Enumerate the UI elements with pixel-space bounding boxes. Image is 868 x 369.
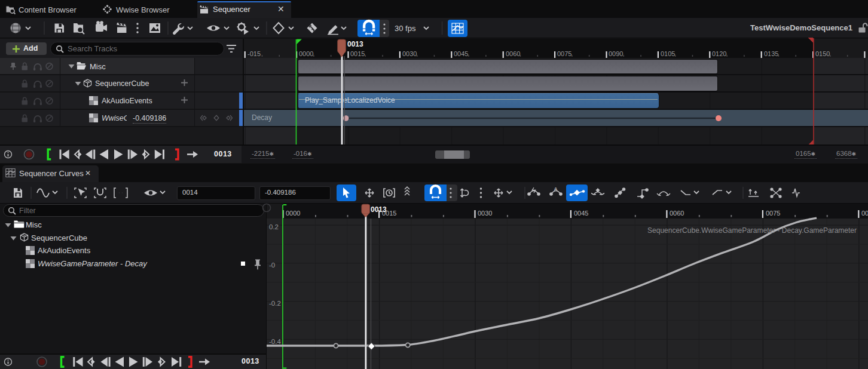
svg-text:A: A xyxy=(554,186,558,192)
